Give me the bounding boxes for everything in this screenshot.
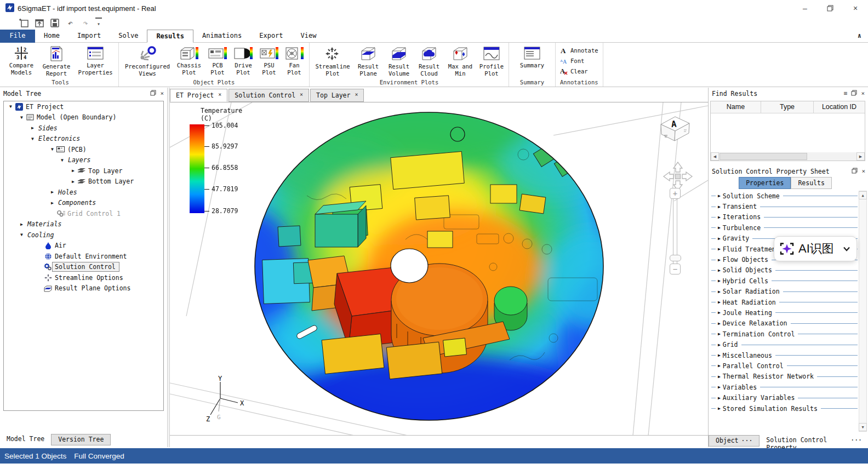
tab-properties[interactable]: Properties [739,177,791,189]
tab-animations[interactable]: Animations [193,30,250,43]
zoom-slider-handle[interactable] [670,255,681,261]
tree-item-top-layer[interactable]: ▶ Top Layer [4,165,163,176]
preconfigured-views-button[interactable]: Preconfigured Views [122,44,173,77]
tree-item-streamline-options[interactable]: Streamline Options [4,272,163,283]
tree-item-electronics[interactable]: ▼ Electronics [4,134,163,145]
property-section-variables[interactable]: ▶Variables [709,382,868,392]
result-plane-button[interactable]: Result Plane [354,44,382,77]
property-section-auxiliary-variables[interactable]: ▶Auxiliary Variables [709,392,868,403]
result-volume-button[interactable]: Result Volume [384,44,414,77]
generate-report-button[interactable]: Generate Report [39,44,74,77]
close-panel-icon[interactable]: × [160,90,164,97]
column-header-name[interactable]: Name [711,101,761,113]
chassis-plot-button[interactable]: Chassis Plot [174,44,204,76]
property-section-thermal-resistor-network[interactable]: ▶Thermal Resistor Network [709,371,868,382]
property-section-parallel-control[interactable]: ▶Parallel Control [709,361,868,371]
chevron-down-icon[interactable] [842,244,851,253]
tree-item-layers[interactable]: ▼ Layers [4,155,163,166]
expander-icon[interactable]: ▶ [18,222,25,227]
viewport-tab-et-project[interactable]: ET Project × [170,89,227,102]
property-section-solid-objects[interactable]: ▶Solid Objects [709,265,868,276]
scroll-right-icon[interactable]: ▶ [856,152,865,161]
property-section-iterations[interactable]: ▶Iterations [709,212,868,222]
tab-solve[interactable]: Solve [110,30,147,43]
expander-icon[interactable]: ▶ [49,201,56,205]
restore-button[interactable] [818,0,843,16]
psu-plot-button[interactable]: PSU Plot [257,44,281,76]
expander-icon[interactable]: ▼ [59,158,66,163]
tree-item-default-environment[interactable]: Default Environment [4,251,163,262]
property-section-stored-simulation-results[interactable]: ▶Stored Simulation Results [709,403,868,414]
undo-icon[interactable]: ↶ [65,18,76,28]
layer-properties-button[interactable]: Layer Properties [76,44,115,76]
property-section-miscellaneous[interactable]: ▶Miscellaneous [709,350,868,361]
tree-item-grid-control[interactable]: Grid Control 1 [4,208,163,219]
pcb-plot-button[interactable]: PCB Plot [205,44,230,76]
open-project-icon[interactable] [34,18,45,28]
column-header-location-id[interactable]: Location ID [814,101,865,113]
property-section-solar-radiation[interactable]: ▶Solar Radiation [709,287,868,297]
viewport-tab-top-layer[interactable]: Top Layer × [310,89,364,102]
compare-models-button[interactable]: 1234 Compare Models [5,44,37,76]
scroll-left-icon[interactable]: ◀ [711,152,719,161]
property-section-termination-control[interactable]: ▶Termination Control [709,329,868,339]
tab-results[interactable]: Results [791,177,831,189]
expander-icon[interactable]: ▶ [70,168,77,173]
expander-icon[interactable]: ▶ [49,190,56,195]
close-panel-icon[interactable]: × [861,90,865,97]
tab-import[interactable]: Import [68,30,110,43]
toolbar-options-icon[interactable]: ▾ [95,18,102,28]
float-panel-icon[interactable] [852,168,858,175]
viewport-tab-solution-control[interactable]: Solution Control × [229,89,309,102]
property-section-heat-radiation[interactable]: ▶Heat Radiation [709,297,868,307]
property-section-joule-heating[interactable]: ▶Joule Heating [709,307,868,318]
zoom-slider-track[interactable] [673,199,677,264]
close-tab-icon[interactable]: × [300,91,303,99]
tree-item-air[interactable]: Air [4,241,163,251]
tab-export[interactable]: Export [250,30,292,43]
save-icon[interactable] [49,18,60,28]
tab-home[interactable]: Home [35,30,68,43]
property-section-solution-scheme[interactable]: ▶Solution Scheme [709,191,868,201]
tree-item-holes[interactable]: ▶ Holes [4,187,163,198]
clear-annotations-button[interactable]: A Clear [560,66,598,76]
tree-item-et-project[interactable]: ▼ ET Project [4,101,163,112]
property-section-turbulence[interactable]: ▶Turbulence [709,222,868,233]
drive-plot-button[interactable]: Drive Plot [231,44,255,76]
tab-view[interactable]: View [292,30,326,43]
float-panel-icon[interactable] [150,90,156,98]
zoom-in-button[interactable]: + [670,188,681,199]
scroll-down-icon[interactable]: ▼ [859,423,867,431]
view-cube[interactable]: A [656,111,693,147]
tree-item-cooling[interactable]: ▼ Cooling [4,230,163,241]
property-section-grid[interactable]: ▶Grid [709,339,868,350]
float-panel-icon[interactable] [851,90,857,98]
vertical-scrollbar[interactable]: ▲ ▼ [859,191,867,432]
tree-item-bottom-layer[interactable]: ▶ Bottom Layer [4,176,163,187]
horizontal-scrollbar[interactable]: ◀ ▶ [711,152,865,161]
redo-icon[interactable]: ↷ [80,18,91,28]
tab-results[interactable]: Results [147,30,193,43]
ai-recognize-overlay[interactable]: AI识图 [774,236,857,261]
zoom-out-button[interactable]: − [670,264,681,274]
streamline-plot-button[interactable]: Streamline Plot [313,44,352,77]
close-tab-icon[interactable]: × [218,91,221,99]
expander-icon[interactable]: ▼ [49,147,56,152]
close-tab-icon[interactable]: × [355,91,358,99]
max-and-min-button[interactable]: Max and Min [444,44,476,77]
property-section-device-relaxation[interactable]: ▶Device Relaxation [709,318,868,329]
model-tree-tab[interactable]: Model Tree [0,434,51,445]
version-tree-tab[interactable]: Version Tree [51,434,111,445]
tree-item-solution-control[interactable]: Solution Control [4,262,163,273]
property-section-transient[interactable]: ▶Transient [709,201,868,211]
tree-item-materials[interactable]: ▶ Materials [4,219,163,230]
menu-icon[interactable]: ≡ [844,90,848,97]
scrollbar-thumb[interactable] [719,153,807,160]
new-project-icon[interactable] [19,18,30,28]
scroll-up-icon[interactable]: ▲ [859,191,867,199]
tab-file[interactable]: File [0,30,35,43]
column-header-type[interactable]: Type [761,101,814,113]
expander-icon[interactable]: ▶ [29,125,36,130]
expander-icon[interactable]: ▼ [7,104,14,109]
solution-control-property-tab[interactable]: Solution Control Property ··· [760,435,868,447]
